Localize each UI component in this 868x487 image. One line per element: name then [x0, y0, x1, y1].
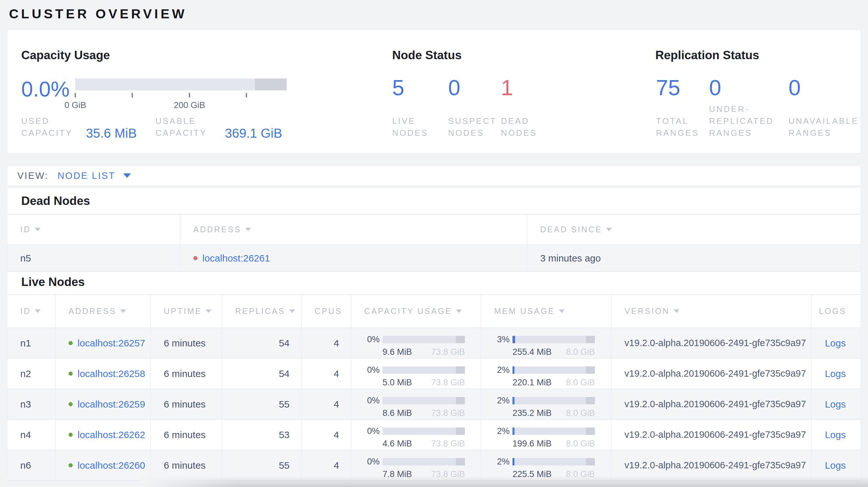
sort-arrow-icon: [35, 228, 40, 231]
column-header-address[interactable]: ADDRESS: [180, 215, 527, 245]
capacity-percent-label: 0%: [363, 457, 380, 467]
live-status-dot-icon: [68, 371, 73, 376]
logs-link[interactable]: Logs: [825, 338, 846, 349]
replicas-cell: 55: [222, 389, 301, 419]
live-nodes-count: 5: [392, 75, 442, 100]
node-address-link[interactable]: localhost:26258: [78, 368, 145, 379]
axis-tick: [75, 93, 76, 97]
under-replicated-ranges-stat: 0 UNDER-REPLICATED RANGES: [709, 75, 785, 139]
used-capacity-value: 35.6 MiB: [86, 126, 137, 140]
sort-arrow-icon: [206, 310, 211, 313]
node-address-link[interactable]: localhost:26257: [78, 338, 145, 349]
capacity-percent: 0.0%: [21, 77, 69, 101]
bottom-shadow: [142, 476, 868, 487]
cpus-cell: 4: [301, 328, 351, 358]
mem-usage-bar: [513, 397, 595, 404]
sort-arrow-icon: [289, 310, 295, 313]
nodes-card: Dead Nodes ID ADDRESS DEAD SINCE n5 loca…: [7, 188, 861, 476]
dead-nodes-count: 1: [501, 75, 552, 100]
capacity-total-value: 73.8 GiB: [431, 408, 465, 418]
live-nodes-label: LIVE NODES: [392, 115, 442, 139]
view-bar: VIEW: NODE LIST: [7, 166, 861, 186]
capacity-used-value: 4.6 MiB: [382, 439, 412, 449]
mem-used-value: 235.2 MiB: [513, 408, 552, 418]
logs-link[interactable]: Logs: [825, 460, 846, 471]
logs-link[interactable]: Logs: [825, 429, 846, 441]
cpus-cell: 4: [301, 420, 351, 450]
mem-percent-label: 2%: [493, 457, 509, 467]
capacity-usage-bar: [382, 336, 465, 343]
capacity-bar: [75, 78, 287, 90]
axis-tick-label: 200 GiB: [174, 100, 205, 110]
cluster-overview-page: CLUSTER OVERVIEW Capacity Usage 0.0% 0 G…: [0, 0, 868, 487]
capacity-bar-reserved-segment: [255, 78, 287, 90]
unavailable-ranges-label: UNAVAILABLE RANGES: [788, 115, 864, 139]
node-address-cell: localhost:26259: [55, 389, 150, 419]
column-header-uptime[interactable]: UPTIME: [150, 295, 222, 327]
replication-status-title: Replication Status: [655, 48, 759, 62]
node-address-link[interactable]: localhost:26262: [78, 429, 145, 441]
capacity-total-value: 73.8 GiB: [431, 347, 465, 357]
dead-since-cell: 3 minutes ago: [527, 245, 861, 271]
view-selector[interactable]: NODE LIST: [58, 170, 116, 181]
node-address-link[interactable]: localhost:26260: [78, 460, 145, 471]
version-cell: v19.2.0-alpha.20190606-2491-gfe735c9a97: [611, 420, 811, 450]
bottom-shadow-fade: [142, 476, 238, 487]
dead-nodes-label: DEAD NODES: [501, 115, 552, 139]
axis-tick: [189, 93, 190, 97]
unavailable-ranges-count: 0: [788, 75, 864, 100]
logs-link[interactable]: Logs: [825, 368, 846, 379]
under-replicated-ranges-count: 0: [709, 75, 785, 100]
mem-used-value: 220.1 MiB: [513, 378, 552, 388]
logs-link[interactable]: Logs: [825, 399, 846, 410]
column-header-version[interactable]: VERSION: [611, 295, 811, 327]
node-id-cell: n1: [7, 328, 55, 358]
capacity-bar-reserved-segment: [456, 336, 465, 343]
live-status-dot-icon: [68, 463, 73, 467]
mem-bar-reserved-segment: [586, 336, 595, 343]
mem-bar-fill: [513, 427, 515, 435]
column-header-replicas[interactable]: REPLICAS: [222, 295, 301, 327]
column-header-mem-usage[interactable]: MEM USAGE: [480, 295, 611, 327]
node-address-link[interactable]: localhost:26261: [203, 253, 270, 264]
sort-arrow-icon: [674, 310, 679, 313]
uptime-cell: 6 minutes: [150, 328, 222, 358]
mem-total-value: 8.0 GiB: [566, 347, 595, 357]
cluster-summary-card: Capacity Usage 0.0% 0 GiB 200 GiB USED C…: [7, 30, 861, 154]
suspect-nodes-count: 0: [448, 75, 498, 100]
capacity-usage-cell: 0% 4.6 MiB 73.8 GiB: [351, 420, 480, 450]
column-header-address[interactable]: ADDRESS: [55, 295, 150, 327]
version-cell: v19.2.0-alpha.20190606-2491-gfe735c9a97: [611, 389, 811, 419]
capacity-usage-cell: 0% 9.6 MiB 73.8 GiB: [351, 328, 480, 358]
sort-arrow-icon: [606, 228, 612, 231]
table-row: n4 localhost:26262 6 minutes 53 4 0% 4.6…: [7, 419, 861, 450]
dead-status-dot-icon: [193, 256, 197, 260]
capacity-total-value: 73.8 GiB: [431, 378, 465, 388]
axis-tick-label: 0 GiB: [64, 100, 86, 110]
column-header-id[interactable]: ID: [7, 215, 180, 245]
usable-capacity-label: USABLE CAPACITY: [155, 115, 213, 139]
total-ranges-count: 75: [656, 75, 714, 100]
axis-tick: [132, 93, 133, 97]
table-row: n2 localhost:26258 6 minutes 54 4 0% 5.0…: [7, 358, 861, 389]
node-address-cell: localhost:26257: [55, 328, 150, 358]
mem-bar-fill: [513, 336, 515, 343]
capacity-percent-label: 0%: [363, 334, 380, 345]
column-header-capacity-usage[interactable]: CAPACITY USAGE: [351, 295, 480, 327]
suspect-nodes-stat: 0 SUSPECT NODES: [448, 75, 498, 139]
mem-usage-cell: 2% 235.2 MiB 8.0 GiB: [480, 389, 611, 419]
sort-arrow-icon: [559, 310, 565, 313]
column-header-id[interactable]: ID: [7, 295, 55, 327]
capacity-usage-cell: 0% 5.0 MiB 73.8 GiB: [351, 359, 480, 389]
node-address-link[interactable]: localhost:26259: [78, 399, 145, 410]
live-status-dot-icon: [68, 402, 73, 406]
column-header-dead-since[interactable]: DEAD SINCE: [527, 215, 861, 245]
dead-nodes-stat: 1 DEAD NODES: [501, 75, 552, 139]
mem-usage-cell: 2% 199.6 MiB 8.0 GiB: [480, 420, 611, 450]
node-id-cell: n4: [7, 420, 55, 450]
table-row: n3 localhost:26259 6 minutes 55 4 0% 8.6…: [7, 389, 861, 419]
chevron-down-icon[interactable]: [123, 173, 131, 178]
capacity-bar-reserved-segment: [456, 427, 465, 435]
mem-usage-cell: 3% 255.4 MiB 8.0 GiB: [480, 328, 611, 358]
capacity-usage-title: Capacity Usage: [21, 48, 110, 62]
